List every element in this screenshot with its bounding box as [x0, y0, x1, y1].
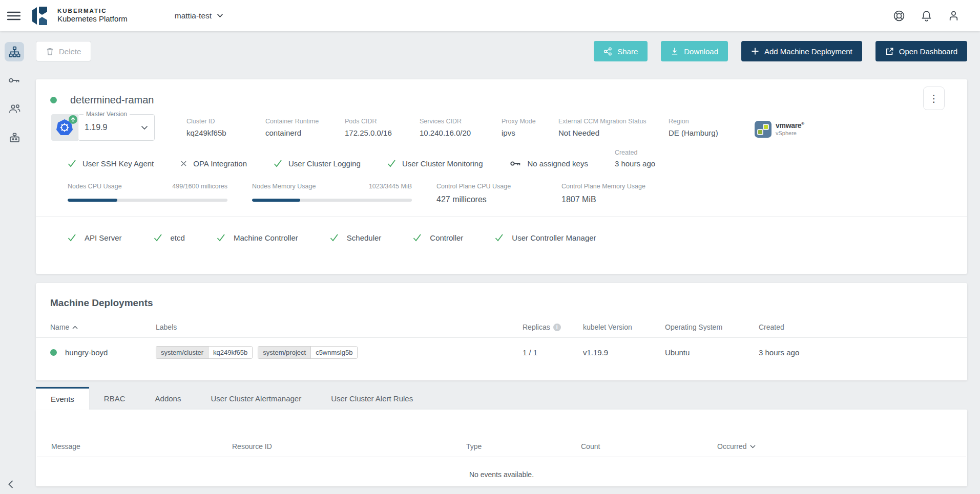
delete-button-label: Delete	[59, 47, 81, 56]
info-region: Region DE (Hamburg)	[669, 118, 728, 137]
brand-name: KUBERMATIC	[57, 7, 128, 14]
column-header-kubelet-version: kubelet Version	[583, 323, 665, 331]
sidebar-item-service-accounts[interactable]	[5, 128, 24, 147]
provider-brand: vmware	[776, 121, 801, 130]
column-header-operating-system: Operating System	[665, 323, 759, 331]
cluster-toolbar: Delete Share Download	[36, 39, 967, 63]
feature-user-ssh-key-agent: User SSH Key Agent	[68, 159, 154, 168]
feature-user-cluster-monitoring: User Cluster Monitoring	[387, 159, 483, 168]
kubermatic-logo[interactable]: KUBERMATIC Kubernetes Platform	[32, 5, 128, 27]
sidebar-item-ssh-keys[interactable]	[5, 71, 24, 90]
delete-button[interactable]: Delete	[36, 41, 91, 61]
more-vertical-icon: ⋮	[929, 94, 939, 103]
bottom-tabs: Events RBAC Addons User Cluster Alertman…	[36, 387, 967, 410]
deployment-name: hungry-boyd	[65, 348, 108, 357]
share-button[interactable]: Share	[594, 41, 648, 61]
provider-reg-mark: ®	[801, 122, 804, 126]
collapse-sidebar-icon[interactable]	[7, 480, 14, 489]
info-pods-cidr: Pods CIDR 172.25.0.0/16	[345, 118, 402, 137]
info-cluster-id: Cluster ID kq249kf65b	[186, 118, 248, 137]
sidebar-item-clusters[interactable]	[5, 42, 24, 61]
side-nav	[0, 31, 29, 494]
machine-deployments-table-header: Name Labels Replicas i kubelet Version O…	[50, 323, 953, 331]
tab-rbac[interactable]: RBAC	[89, 387, 140, 410]
table-header-divider	[37, 457, 966, 457]
deployment-created: 3 hours ago	[759, 348, 953, 357]
external-link-icon	[885, 47, 894, 56]
machine-deployment-row[interactable]: hungry-boyd system/cluster kq249kf65b sy…	[50, 338, 953, 367]
check-icon	[495, 234, 504, 242]
check-icon	[68, 234, 76, 242]
replicas-info-icon[interactable]: i	[553, 324, 561, 331]
sidebar-item-members[interactable]	[5, 99, 24, 119]
brand-product: Kubernetes Platform	[57, 14, 128, 24]
download-button[interactable]: Download	[661, 41, 728, 61]
trash-icon	[46, 47, 54, 56]
health-api-server: API Server	[68, 233, 122, 242]
tab-addons[interactable]: Addons	[140, 387, 196, 410]
column-header-labels: Labels	[156, 323, 523, 331]
events-table-header: Message Resource ID Type Count Occurred	[51, 442, 952, 450]
health-machine-controller: Machine Controller	[217, 233, 298, 242]
column-header-resource-id: Resource ID	[232, 442, 466, 450]
master-version-value: 1.19.9	[85, 123, 107, 132]
check-icon	[154, 234, 162, 242]
nodes-memory-progress-bar	[252, 199, 412, 202]
kubermatic-logo-icon	[32, 5, 51, 27]
open-dashboard-button[interactable]: Open Dashboard	[875, 41, 967, 61]
health-controller: Controller	[413, 233, 463, 242]
help-icon[interactable]	[893, 10, 905, 22]
cluster-status-dot	[50, 97, 57, 103]
download-button-label: Download	[684, 47, 718, 56]
check-icon	[413, 234, 422, 242]
info-services-cidr: Services CIDR 10.240.16.0/20	[420, 118, 484, 137]
label-chip: system/cluster kq249kf65b	[156, 346, 253, 359]
cluster-info-columns: Cluster ID kq249kf65b Container Runtime …	[186, 118, 728, 137]
tab-events[interactable]: Events	[36, 387, 89, 410]
menu-icon[interactable]	[7, 11, 20, 20]
info-proxy-mode: Proxy Mode ipvs	[502, 118, 541, 137]
health-etcd: etcd	[154, 233, 185, 242]
cluster-created: Created 3 hours ago	[615, 149, 655, 168]
sort-desc-icon	[750, 445, 756, 448]
machine-deployments-title: Machine Deployments	[50, 297, 953, 309]
master-version-select[interactable]: Master Version 1.19.9	[78, 114, 155, 141]
deployment-labels: system/cluster kq249kf65b system/project…	[156, 346, 523, 359]
share-button-label: Share	[617, 47, 638, 56]
notifications-bell-icon[interactable]	[921, 10, 932, 22]
main-content: Delete Share Download	[29, 31, 980, 494]
metric-control-plane-memory: Control Plane Memory Usage 1807 MiB	[561, 183, 662, 204]
column-header-name[interactable]: Name	[50, 323, 156, 331]
project-selector[interactable]: mattia-test	[175, 11, 223, 20]
deployment-operating-system: Ubuntu	[665, 348, 759, 357]
tab-user-cluster-alertmanager[interactable]: User Cluster Alertmanager	[196, 387, 316, 410]
tab-user-cluster-alert-rules[interactable]: User Cluster Alert Rules	[316, 387, 428, 410]
label-chip: system/project c5wnmslg5b	[258, 346, 358, 359]
deployment-status-dot	[50, 349, 57, 356]
column-header-occurred[interactable]: Occurred	[717, 442, 952, 450]
column-header-created: Created	[759, 323, 953, 331]
user-account-icon[interactable]	[948, 10, 960, 22]
add-machine-deployment-button[interactable]: Add Machine Deployment	[741, 41, 862, 61]
column-header-replicas: Replicas i	[523, 323, 583, 331]
ssh-keys-status[interactable]: No assigned keys	[510, 159, 588, 168]
machine-deployments-card: Machine Deployments Name Labels Replicas…	[36, 283, 967, 380]
nodes-cpu-progress-bar	[68, 199, 227, 202]
health-user-controller-manager: User Controller Manager	[495, 233, 596, 242]
clusters-sitemap-icon	[9, 46, 20, 58]
key-icon	[8, 77, 20, 84]
key-icon	[510, 160, 522, 167]
members-users-icon	[8, 104, 21, 114]
upgrade-available-icon[interactable]	[69, 115, 77, 124]
check-icon	[330, 234, 339, 242]
cluster-metrics-row: Nodes CPU Usage 499/1600 millicores Node…	[68, 183, 953, 204]
add-machine-deployment-label: Add Machine Deployment	[764, 47, 852, 56]
cluster-name: determined-raman	[70, 94, 154, 106]
top-bar: KUBERMATIC Kubernetes Platform mattia-te…	[0, 0, 980, 31]
cluster-more-options-button[interactable]: ⋮	[923, 87, 945, 110]
feature-opa-integration: OPA Integration	[180, 159, 247, 168]
metric-control-plane-cpu: Control Plane CPU Usage 427 millicores	[436, 183, 537, 204]
card-divider	[36, 217, 967, 217]
cluster-features-row: User SSH Key Agent OPA Integration User …	[68, 154, 953, 173]
provider-vsphere: vmware® vSphere	[755, 121, 804, 138]
